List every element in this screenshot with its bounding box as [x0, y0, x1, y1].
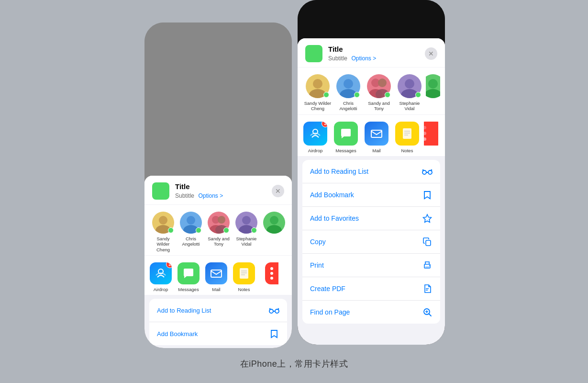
sheet-title-left: Title: [175, 182, 272, 191]
copy-icon-right: [422, 237, 433, 247]
avatar-partial-right: [426, 74, 440, 98]
app-name-messages-left: Messages: [178, 287, 199, 292]
contact-stephanie-left[interactable]: StephanieVidal: [233, 212, 259, 252]
svg-line-47: [429, 314, 432, 316]
contact-name-sandy-wilder-left: Sandy WilderCheng: [150, 236, 176, 252]
app-name-mail-right: Mail: [372, 148, 380, 153]
app-mail-right[interactable]: Mail: [363, 122, 390, 153]
airdrop-icon-left: 2: [150, 262, 172, 284]
mail-icon-right: [365, 122, 388, 146]
app-mail-left[interactable]: Mail: [204, 262, 229, 292]
svg-point-6: [218, 216, 225, 224]
contact-stephanie-right[interactable]: StephanieVidal: [395, 74, 424, 112]
sheet-title-group-left: Title Subtitle Options >: [175, 182, 272, 200]
app-partial-right: [424, 122, 438, 153]
airdrop-badge-right: 2: [322, 122, 327, 127]
app-name-airdrop-left: Airdrop: [154, 287, 168, 292]
avatar-stephanie-left: [235, 212, 257, 234]
svg-point-8: [242, 216, 251, 225]
contact-sandy-tony-right[interactable]: Sandy andTony: [365, 74, 393, 112]
sheet-options-left[interactable]: Options >: [198, 192, 223, 199]
messages-icon-right: [334, 122, 358, 146]
find-icon-right: [422, 307, 433, 317]
svg-point-0: [159, 216, 167, 225]
online-indicator: [385, 92, 390, 98]
airdrop-icon-right: 2: [303, 122, 327, 146]
sheet-title-group-right: Title Subtitle Options >: [328, 45, 425, 62]
sheet-header-right: Title Subtitle Options > ✕: [298, 38, 445, 67]
app-partial-left: [259, 262, 284, 292]
reminders-partial-right: [424, 122, 438, 146]
avatar-sandy-wilder-left: [152, 212, 174, 234]
online-indicator: [168, 227, 174, 233]
avatar-stephanie-right: [398, 74, 422, 98]
action-favorites-right[interactable]: Add to Favorites: [302, 207, 440, 230]
svg-point-19: [275, 309, 279, 313]
app-airdrop-right[interactable]: 2 Airdrop: [301, 122, 329, 153]
page-caption: 在iPhone上，常用卡片样式: [240, 358, 348, 370]
app-name-airdrop-right: Airdrop: [308, 148, 323, 153]
svg-point-2: [187, 216, 195, 225]
action-bookmark-right[interactable]: Add Bookmark: [302, 183, 440, 207]
app-name-mail-left: Mail: [212, 287, 220, 292]
print-icon-right: [422, 260, 433, 270]
sheet-subtitle-right: Subtitle: [328, 55, 347, 62]
action-print-right[interactable]: Print: [302, 254, 440, 277]
contact-chris-left[interactable]: ChrisAngelotti: [178, 212, 204, 252]
online-indicator: [354, 92, 360, 98]
action-reading-list-right[interactable]: Add to Reading List: [302, 160, 440, 183]
contact-name-sandy-wilder-right: Sandy WilderCheng: [304, 101, 332, 112]
app-messages-left[interactable]: Messages: [176, 262, 201, 292]
svg-rect-14: [240, 268, 248, 279]
contact-name-stephanie-right: StephanieVidal: [399, 101, 420, 112]
svg-point-20: [313, 79, 322, 89]
app-messages-right[interactable]: Messages: [332, 122, 360, 153]
contact-name-sandy-tony-right: Sandy andTony: [368, 101, 389, 112]
app-name-notes-left: Notes: [238, 287, 250, 292]
online-indicator: [323, 92, 329, 98]
action-copy-right[interactable]: Copy: [302, 230, 440, 254]
svg-rect-34: [403, 128, 411, 139]
sheet-options-right[interactable]: Options >: [351, 55, 376, 62]
phone-right: Title Subtitle Options > ✕: [298, 0, 445, 345]
actions-list-right: Add to Reading List Add Bookmark: [302, 160, 440, 324]
action-reading-list-left[interactable]: Add to Reading List: [149, 299, 287, 322]
action-find-on-page-right[interactable]: Find on Page: [302, 301, 440, 324]
contact-sandy-tony-left[interactable]: Sandy andTony: [206, 212, 232, 252]
action-create-pdf-right[interactable]: Create PDF: [302, 277, 440, 301]
app-notes-left[interactable]: Notes: [232, 262, 256, 292]
app-airdrop-left[interactable]: 2 Airdrop: [148, 262, 173, 292]
reminders-partial-left: [265, 262, 278, 284]
sheet-app-icon-left: [152, 182, 169, 200]
action-label-favorites-right: Add to Favorites: [310, 214, 422, 222]
online-indicator: [223, 227, 229, 233]
contact-name-sandy-tony-left: Sandy andTony: [208, 236, 229, 247]
pdf-icon-right: [422, 283, 433, 294]
phone-left: Title Subtitle Options > ✕: [144, 23, 292, 348]
close-button-right[interactable]: ✕: [425, 47, 437, 60]
notes-icon-left: [233, 262, 255, 284]
action-label-create-pdf-right: Create PDF: [310, 285, 422, 293]
contact-sandy-wilder-left[interactable]: Sandy WilderCheng: [150, 212, 176, 252]
book-icon-right: [422, 190, 433, 200]
app-name-messages-right: Messages: [335, 148, 356, 153]
sheet-app-icon-right: [305, 45, 322, 62]
action-bookmark-left[interactable]: Add Bookmark: [149, 322, 287, 345]
svg-point-31: [426, 89, 440, 98]
share-sheet-right: Title Subtitle Options > ✕: [298, 38, 445, 345]
actions-list-left: Add to Reading List Add Bookmark: [149, 299, 287, 345]
action-label-bookmark-left: Add Bookmark: [157, 330, 269, 338]
close-button-left[interactable]: ✕: [272, 185, 284, 197]
messages-icon-left: [178, 262, 200, 284]
svg-rect-42: [425, 266, 429, 268]
action-label-print-right: Print: [310, 261, 422, 269]
contact-sandy-wilder-right[interactable]: Sandy WilderCheng: [303, 74, 332, 112]
contact-partial-right: [426, 74, 440, 112]
contact-chris-right[interactable]: ChrisAngelotti: [334, 74, 363, 112]
svg-point-28: [405, 79, 414, 89]
svg-point-22: [344, 79, 353, 89]
avatar-sandy-wilder-right: [306, 74, 330, 98]
contacts-row-right: Sandy WilderCheng ChrisAngelotti: [298, 68, 445, 114]
action-label-reading-list-right: Add to Reading List: [310, 168, 422, 175]
app-notes-right[interactable]: Notes: [393, 122, 421, 153]
